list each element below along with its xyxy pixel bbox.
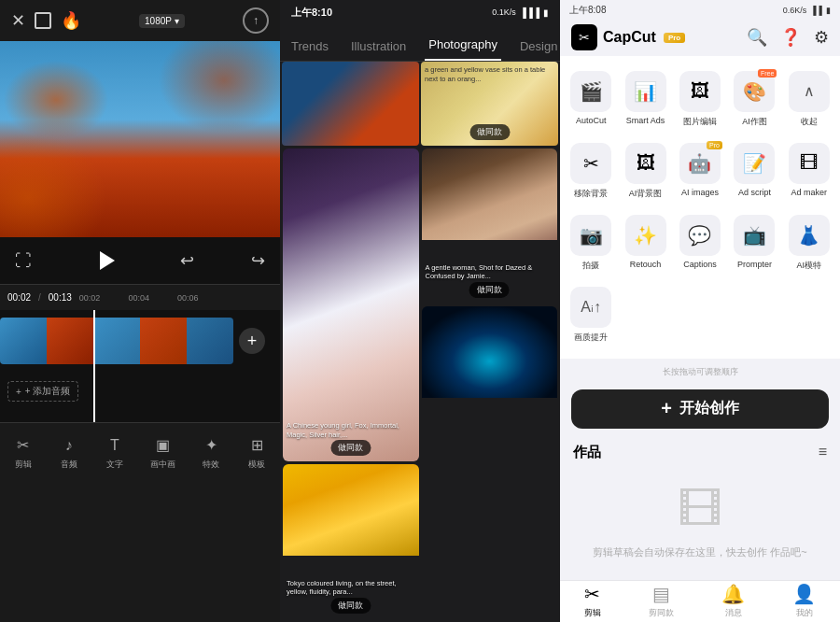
tool-text[interactable]: T 文字 (105, 435, 125, 471)
settings-icon[interactable]: ⚙ (814, 27, 829, 48)
undo-icon[interactable]: ↩ (180, 250, 194, 271)
tool-effects[interactable]: ✦ 特效 (201, 435, 221, 471)
window-icon[interactable] (35, 12, 51, 29)
time-separator: / (38, 292, 41, 303)
remove-bg-icon: ✂ (570, 143, 611, 184)
autocut-icon: 🎬 (570, 71, 611, 112)
tab-photography[interactable]: Photography (425, 37, 501, 61)
clip-segment-5 (187, 318, 233, 364)
film-icon: 🎞 (678, 484, 722, 535)
fox-girl-badge[interactable]: 做同款 (330, 440, 371, 456)
flame-icon[interactable]: 🔥 (61, 10, 81, 31)
hint-text: 长按拖动可调整顺序 (663, 367, 738, 376)
nav-edit-label: 剪辑 (584, 607, 601, 619)
redo-icon[interactable]: ↪ (251, 250, 265, 271)
feature-camera[interactable]: 📷 拍摄 (566, 209, 616, 277)
tool-template[interactable]: ⊞ 模板 (246, 435, 267, 471)
building-badge[interactable]: 做同款 (330, 598, 371, 614)
gallery-masonry: A Chinese young girl, Fox, Immortal, Mag… (280, 146, 560, 622)
pro-badge-ai: Pro (707, 141, 722, 149)
expand-icon[interactable]: ⛶ (15, 251, 32, 271)
capcut-time: 上午8:08 (569, 4, 606, 17)
remove-bg-label: 移除背景 (574, 188, 608, 200)
nav-profile[interactable]: 👤 我的 (792, 583, 816, 619)
captions-icon: 💬 (679, 215, 721, 256)
pip-label: 画中画 (150, 459, 175, 471)
feature-ai-model[interactable]: 👗 AI模特 (784, 209, 834, 277)
export-button[interactable]: ↑ (243, 7, 269, 34)
tiger-image (422, 306, 558, 398)
retouch-label: Retouch (630, 260, 662, 269)
nav-edit[interactable]: ✂ 剪辑 (584, 583, 601, 619)
sort-icon[interactable]: ≡ (819, 444, 827, 460)
editor-topbar-center: 1080P ▾ (139, 14, 185, 28)
close-icon[interactable]: ✕ (11, 10, 25, 31)
woman-image (422, 148, 558, 240)
feature-ad-script[interactable]: 📝 Ad script (729, 137, 779, 205)
nav-templates[interactable]: ▤ 剪同款 (649, 583, 674, 619)
feature-autocut[interactable]: 🎬 AutoCut (566, 65, 616, 134)
capcut-app-name: CapCut (603, 29, 656, 46)
search-icon[interactable]: 🔍 (747, 27, 767, 48)
clip-segment-2 (47, 318, 93, 364)
feature-retouch[interactable]: ✨ Retouch (620, 209, 670, 277)
smartads-icon: 📊 (625, 71, 666, 112)
feature-ai-drawing[interactable]: 🎨Free AI作图 (729, 65, 779, 134)
woman-badge[interactable]: 做同款 (469, 282, 510, 298)
tab-trends[interactable]: Trends (287, 39, 332, 61)
add-audio-label: + 添加音频 (25, 385, 71, 398)
gallery-tabs: Trends Illustration Photography Design (280, 24, 560, 62)
add-clip-button[interactable]: + (239, 328, 265, 354)
tab-illustration[interactable]: Illustration (347, 39, 410, 61)
feature-collapse[interactable]: ∧ 收起 (784, 65, 834, 134)
nav-messages[interactable]: 🔔 消息 (721, 583, 745, 619)
ai-bg-label: AI背景图 (629, 188, 663, 200)
feature-ai-bg[interactable]: 🖼 AI背景图 (620, 137, 670, 205)
marker-3: 00:06 (177, 293, 199, 303)
resolution-label: 1080P (145, 16, 172, 26)
gallery-item-building[interactable]: Tokyo coloured living, on the street, ye… (283, 464, 419, 619)
resolution-badge[interactable]: 1080P ▾ (139, 14, 185, 28)
play-button[interactable] (89, 244, 122, 277)
collapse-icon: ∧ (789, 71, 830, 112)
gallery-item-fox-girl[interactable]: A Chinese young girl, Fox, Immortal, Mag… (283, 148, 419, 461)
empty-text: 剪辑草稿会自动保存在这里，快去创作 作品吧~ (593, 544, 806, 561)
capcut-hint: 长按拖动可调整顺序 (560, 362, 840, 382)
photo-edit-label: 图片编辑 (683, 116, 717, 128)
feature-prompter[interactable]: 📺 Prompter (729, 209, 779, 277)
video-clip[interactable] (0, 318, 233, 364)
marker-2: 00:04 (128, 293, 149, 303)
nav-messages-icon: 🔔 (721, 583, 745, 605)
tool-cut[interactable]: ✂ 剪辑 (13, 435, 34, 471)
audio-label: 音频 (61, 459, 77, 471)
free-badge: Free (758, 69, 777, 78)
play-icon (100, 251, 115, 270)
tool-audio[interactable]: ♪ 音频 (59, 435, 79, 471)
playback-controls: ⛶ ↩ ↪ (0, 237, 280, 284)
add-audio-button[interactable]: + + 添加音频 (7, 381, 78, 402)
feature-ai-images[interactable]: 🤖Pro AI images (675, 137, 725, 205)
question-icon[interactable]: ❓ (780, 27, 801, 48)
gallery-item-tiger[interactable] (422, 306, 558, 461)
tab-design[interactable]: Design (516, 39, 561, 61)
top-img-vase[interactable]: a green and yellow vase sits on a table … (421, 62, 558, 146)
feature-photo-edit[interactable]: 🖼 图片编辑 (675, 65, 725, 134)
create-button[interactable]: + 开始创作 (571, 389, 829, 429)
feature-ad-maker[interactable]: 🎞 Ad maker (784, 137, 834, 205)
video-preview (0, 41, 280, 237)
template-label: 模板 (248, 459, 265, 471)
feature-smartads[interactable]: 📊 Smart Ads (620, 65, 670, 134)
feature-remove-bg[interactable]: ✂ 移除背景 (566, 137, 616, 205)
nav-edit-icon: ✂ (584, 583, 600, 605)
timeline-track-area[interactable]: + + + 添加音频 (0, 310, 280, 422)
camera-icon: 📷 (570, 215, 611, 256)
vase-badge[interactable]: 做同款 (469, 124, 510, 140)
top-img-autumn[interactable] (282, 62, 419, 146)
nav-templates-label: 剪同款 (649, 607, 674, 619)
feature-captions[interactable]: 💬 Captions (675, 209, 725, 277)
gallery-scroll[interactable]: a green and yellow vase sits on a table … (280, 62, 560, 622)
tool-pip[interactable]: ▣ 画中画 (150, 435, 175, 471)
gallery-item-woman[interactable]: A gentle woman, Shot for Dazed & Confuse… (422, 148, 558, 304)
fox-girl-image (283, 148, 419, 461)
feature-quality[interactable]: Aᵢ↑ 画质提升 (566, 281, 616, 349)
